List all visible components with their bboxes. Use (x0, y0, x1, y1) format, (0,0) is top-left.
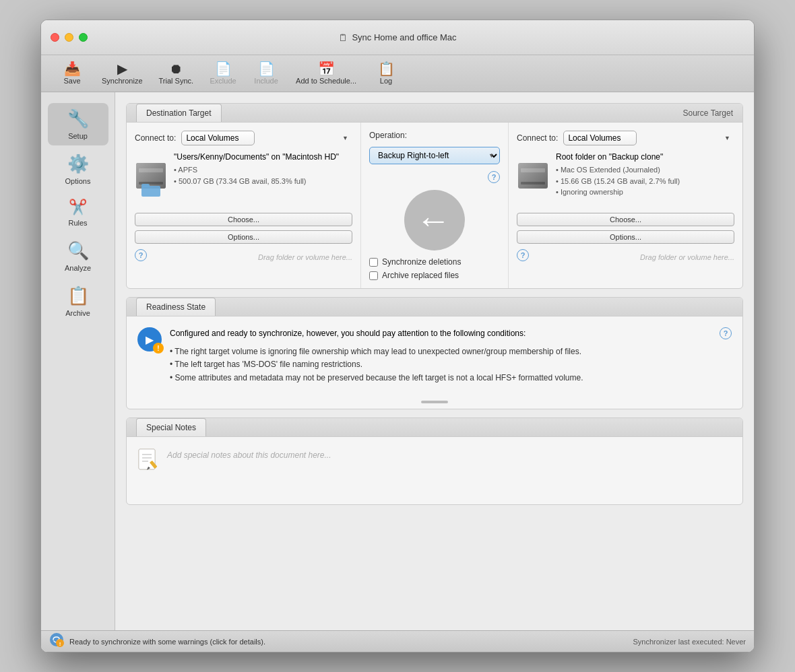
window-title: 🗒 Sync Home and office Mac (338, 32, 456, 43)
source-connect-select[interactable]: Local Volumes (563, 131, 637, 145)
source-volume-detail2: • 15.66 GB (15.24 GB avail, 2.7% full) (556, 176, 734, 187)
notes-content: Add special notes about this document he… (127, 437, 742, 504)
sync-deletions-label: Synchronize deletions (382, 257, 461, 267)
statusbar-left: ! Ready to synchronize with some warning… (49, 632, 633, 650)
sidebar-setup-label: Setup (68, 132, 88, 140)
arrow-icon: ← (416, 200, 451, 240)
readiness-tab[interactable]: Readiness State (136, 298, 216, 316)
trial-sync-icon: ⏺ (169, 62, 183, 75)
synchronize-button[interactable]: ▶ Synchronize (95, 59, 150, 88)
log-button[interactable]: 📋 Log (366, 59, 406, 88)
sync-deletions-checkbox[interactable] (369, 258, 378, 267)
svg-rect-10 (139, 449, 155, 469)
archive-icon: 📋 (67, 285, 89, 306)
notes-document-icon (137, 448, 159, 472)
source-volume-info: Root folder on "Backup clone" • Mac OS E… (556, 152, 734, 206)
operation-section: Operation: Backup Right-to-left ? ← (360, 123, 509, 288)
operation-select[interactable]: Backup Right-to-left (369, 147, 500, 164)
save-icon: 📥 (64, 62, 81, 75)
readiness-panel: Readiness State ▶ ! Configured and ready… (126, 297, 743, 409)
readiness-content: ▶ ! Configured and ready to synchronize,… (127, 316, 742, 395)
exclude-button[interactable]: 📄 Exclude (203, 59, 243, 88)
source-target-label: Source Target (683, 104, 734, 122)
sync-deletions-row[interactable]: Synchronize deletions (369, 257, 461, 267)
sidebar-item-rules[interactable]: ✂️ Rules (48, 193, 108, 232)
exclude-label: Exclude (210, 77, 236, 85)
notes-icon (137, 448, 159, 494)
statusbar-icon: ! (49, 632, 64, 650)
source-hdd-icon (517, 162, 549, 197)
sidebar-item-analyze[interactable]: 🔍 Analyze (48, 235, 108, 277)
destination-target-tab[interactable]: Destination Target (136, 104, 222, 122)
destination-volume-info: "Users/Kenny/Documents" on "Macintosh HD… (174, 152, 352, 206)
destination-btn-row: Choose... Options... (135, 213, 352, 244)
svg-rect-5 (141, 184, 150, 187)
sync-direction-arrow: ← (404, 190, 465, 250)
title-text: Sync Home and office Mac (352, 32, 456, 42)
document-icon: 🗒 (338, 32, 348, 43)
source-drag-hint: Drag folder or volume here... (640, 253, 734, 261)
window-controls[interactable] (51, 33, 88, 42)
sidebar-item-options[interactable]: ⚙️ Options (48, 148, 108, 191)
targets-panel-header: Destination Target Source Target (127, 104, 742, 123)
synchronize-label: Synchronize (102, 77, 143, 85)
svg-rect-7 (521, 168, 545, 172)
source-options-button[interactable]: Options... (517, 230, 734, 244)
sidebar-rules-label: Rules (68, 219, 87, 227)
special-notes-tab[interactable]: Special Notes (136, 418, 206, 436)
operation-select-wrapper: Backup Right-to-left (369, 147, 500, 164)
minimize-button[interactable] (65, 33, 73, 42)
trial-sync-label: Trial Sync. (159, 77, 194, 85)
destination-options-button[interactable]: Options... (135, 230, 352, 244)
main-area: 🔧 Setup ⚙️ Options ✂️ Rules 🔍 Analyze 📋 … (41, 92, 754, 630)
warning-badge: ! (153, 343, 164, 354)
destination-connect-label: Connect to: (135, 133, 176, 143)
options-icon: ⚙️ (67, 154, 89, 174)
readiness-help-button[interactable]: ? (720, 327, 732, 339)
destination-target-tab-label: Destination Target (146, 108, 212, 118)
destination-volume-box: "Users/Kenny/Documents" on "Macintosh HD… (135, 152, 352, 206)
archive-replaced-checkbox[interactable] (369, 271, 378, 280)
destination-help-button[interactable]: ? (135, 249, 147, 261)
destination-hdd-icon (135, 162, 167, 197)
readiness-tab-label: Readiness State (146, 302, 205, 312)
include-button[interactable]: 📄 Include (246, 59, 286, 88)
destination-volume-name: "Users/Kenny/Documents" on "Macintosh HD… (174, 152, 352, 162)
readiness-bullet-2: The left target has 'MS-DOS' file naming… (170, 358, 711, 371)
sidebar-item-archive[interactable]: 📋 Archive (48, 280, 108, 323)
destination-choose-button[interactable]: Choose... (135, 213, 352, 226)
readiness-text: Configured and ready to synchronize, how… (170, 327, 711, 384)
statusbar-right-text: Synchronizer last executed: Never (633, 638, 746, 646)
svg-rect-6 (518, 163, 548, 189)
readiness-status-icon: ▶ ! (137, 327, 162, 351)
archive-replaced-row[interactable]: Archive replaced files (369, 271, 459, 280)
close-button[interactable] (51, 33, 59, 42)
source-help-button[interactable]: ? (517, 249, 529, 261)
source-section: Connect to: Local Volumes (509, 123, 742, 288)
toolbar: 📥 Save ▶ Synchronize ⏺ Trial Sync. 📄 Exc… (41, 55, 754, 92)
special-notes-panel: Special Notes (126, 417, 743, 505)
destination-connect-select[interactable]: Local Volumes (181, 131, 255, 145)
sidebar-archive-label: Archive (65, 309, 90, 317)
source-volume-name: Root folder on "Backup clone" (556, 152, 734, 162)
sidebar-options-label: Options (65, 177, 91, 185)
operation-help-button[interactable]: ? (488, 171, 500, 183)
trial-sync-button[interactable]: ⏺ Trial Sync. (152, 59, 201, 88)
readiness-bullet-3: Some attributes and metadata may not be … (170, 372, 711, 384)
statusbar-sync-icon: ! (49, 632, 64, 647)
svg-text:!: ! (59, 641, 61, 647)
source-choose-button[interactable]: Choose... (517, 213, 734, 226)
exclude-icon: 📄 (215, 62, 232, 75)
maximize-button[interactable] (79, 33, 88, 42)
archive-replaced-label: Archive replaced files (382, 271, 459, 280)
special-notes-panel-header: Special Notes (127, 418, 742, 437)
sidebar: 🔧 Setup ⚙️ Options ✂️ Rules 🔍 Analyze 📋 … (41, 92, 115, 630)
content-area: Destination Target Source Target Connect… (115, 92, 754, 630)
source-connect-wrapper: Local Volumes (563, 131, 734, 145)
save-button[interactable]: 📥 Save (52, 59, 92, 88)
sidebar-item-setup[interactable]: 🔧 Setup (48, 103, 108, 145)
targets-panel-body: Connect to: Local Volumes (127, 123, 742, 288)
scroll-indicator (421, 401, 448, 403)
include-label: Include (254, 77, 278, 85)
add-to-schedule-button[interactable]: 📅 Add to Schedule... (289, 59, 363, 88)
